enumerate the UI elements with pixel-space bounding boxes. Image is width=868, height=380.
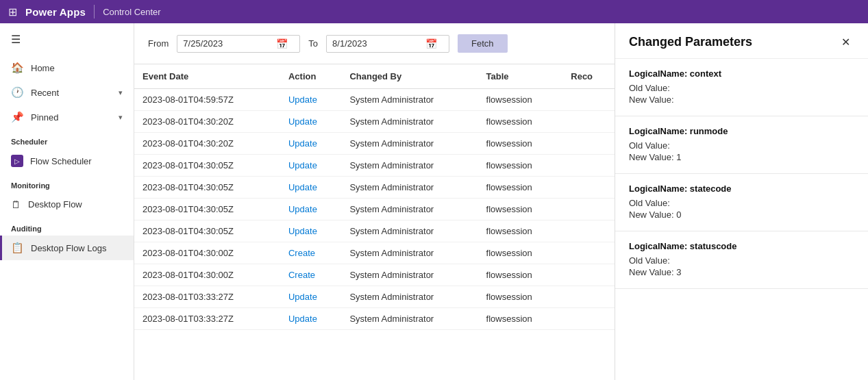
cell-table: flowsession — [478, 89, 563, 111]
cell-reco — [562, 286, 615, 308]
table-row: 2023-08-01T04:30:05ZUpdateSystem Adminis… — [134, 220, 615, 242]
cell-action[interactable]: Create — [280, 242, 341, 264]
cell-reco — [562, 220, 615, 242]
cell-action[interactable]: Update — [280, 199, 341, 220]
cell-action[interactable]: Update — [280, 177, 341, 199]
sidebar-item-recent[interactable]: 🕐 Recent ▾ — [0, 80, 134, 105]
cell-changed-by: System Administrator — [341, 111, 478, 133]
cell-reco — [562, 177, 615, 199]
from-date-input[interactable] — [183, 38, 272, 49]
cell-changed-by: System Administrator — [341, 286, 478, 308]
sidebar-item-label: Pinned — [31, 112, 58, 123]
table-row: 2023-08-01T04:59:57ZUpdateSystem Adminis… — [134, 89, 615, 111]
param-name: LogicalName: context — [629, 68, 854, 79]
cell-event-date: 2023-08-01T03:33:27Z — [134, 286, 280, 308]
to-label: To — [308, 38, 318, 49]
cell-event-date: 2023-08-01T03:33:27Z — [134, 308, 280, 330]
cell-action[interactable]: Update — [280, 111, 341, 133]
cell-changed-by: System Administrator — [341, 133, 478, 155]
param-name: LogicalName: statuscode — [629, 241, 854, 251]
grid-icon[interactable]: ⊞ — [8, 5, 17, 18]
col-table: Table — [478, 64, 563, 89]
cell-reco — [562, 199, 615, 220]
cell-reco — [562, 133, 615, 155]
cell-action[interactable]: Update — [280, 220, 341, 242]
recent-icon: 🕐 — [11, 86, 24, 99]
pin-icon: 📌 — [11, 111, 24, 123]
cell-changed-by: System Administrator — [341, 199, 478, 220]
table-row: 2023-08-01T04:30:20ZUpdateSystem Adminis… — [134, 111, 615, 133]
param-old-value: Old Value: — [629, 255, 854, 266]
table-header-row: Event Date Action Changed By Table Reco — [134, 64, 615, 89]
cell-action[interactable]: Update — [280, 286, 341, 308]
cell-table: flowsession — [478, 133, 563, 155]
cell-event-date: 2023-08-01T04:30:05Z — [134, 177, 280, 199]
hamburger-icon[interactable]: ☰ — [0, 23, 134, 55]
cell-action[interactable]: Update — [280, 133, 341, 155]
col-changed-by: Changed By — [341, 64, 478, 89]
param-name: LogicalName: statecode — [629, 183, 854, 194]
table-row: 2023-08-01T04:30:05ZUpdateSystem Adminis… — [134, 155, 615, 177]
cell-reco — [562, 264, 615, 286]
calendar-icon-from[interactable]: 📅 — [276, 38, 288, 49]
cell-event-date: 2023-08-01T04:30:20Z — [134, 133, 280, 155]
cell-action[interactable]: Update — [280, 155, 341, 177]
to-date-input[interactable] — [332, 38, 421, 49]
cell-event-date: 2023-08-01T04:59:57Z — [134, 89, 280, 111]
param-new-value: New Value: 0 — [629, 210, 854, 220]
param-old-value: Old Value: — [629, 83, 854, 93]
sidebar-item-label: Recent — [31, 88, 59, 98]
table-wrap: Event Date Action Changed By Table Reco … — [134, 64, 615, 380]
cell-action[interactable]: Update — [280, 308, 341, 330]
auditing-section-label: Auditing — [0, 216, 134, 236]
sidebar-item-flow-scheduler[interactable]: ▷ Flow Scheduler — [0, 149, 134, 173]
topbar-section: Control Center — [103, 7, 161, 17]
param-group: LogicalName: statuscodeOld Value:New Val… — [615, 231, 868, 289]
cell-table: flowsession — [478, 242, 563, 264]
param-new-value: New Value: 1 — [629, 152, 854, 162]
cell-changed-by: System Administrator — [341, 264, 478, 286]
fetch-button[interactable]: Fetch — [458, 34, 508, 53]
table-row: 2023-08-01T04:30:05ZUpdateSystem Adminis… — [134, 199, 615, 220]
sidebar: ☰ 🏠 Home 🕐 Recent ▾ 📌 Pinned ▾ Scheduler… — [0, 23, 134, 380]
cell-changed-by: System Administrator — [341, 177, 478, 199]
to-date-input-wrap[interactable]: 📅 — [326, 35, 449, 53]
topbar: ⊞ Power Apps Control Center — [0, 0, 868, 23]
cell-reco — [562, 89, 615, 111]
cell-action[interactable]: Create — [280, 264, 341, 286]
param-group: LogicalName: statecodeOld Value:New Valu… — [615, 174, 868, 231]
table-row: 2023-08-01T04:30:00ZCreateSystem Adminis… — [134, 264, 615, 286]
sidebar-item-desktop-flow[interactable]: 🗒 Desktop Flow — [0, 192, 134, 216]
col-action: Action — [280, 64, 341, 89]
cell-table: flowsession — [478, 199, 563, 220]
scheduler-section-label: Scheduler — [0, 129, 134, 149]
cell-changed-by: System Administrator — [341, 220, 478, 242]
topbar-divider — [94, 5, 95, 18]
col-event-date: Event Date — [134, 64, 280, 89]
cell-event-date: 2023-08-01T04:30:00Z — [134, 242, 280, 264]
sidebar-item-desktop-flow-logs[interactable]: 📋 Desktop Flow Logs — [0, 236, 134, 260]
params-container: LogicalName: contextOld Value:New Value:… — [615, 59, 868, 289]
cell-table: flowsession — [478, 286, 563, 308]
calendar-icon-to[interactable]: 📅 — [425, 38, 437, 49]
chevron-down-icon: ▾ — [119, 88, 123, 97]
cell-changed-by: System Administrator — [341, 155, 478, 177]
cell-event-date: 2023-08-01T04:30:00Z — [134, 264, 280, 286]
cell-table: flowsession — [478, 264, 563, 286]
cell-table: flowsession — [478, 155, 563, 177]
main-layout: ☰ 🏠 Home 🕐 Recent ▾ 📌 Pinned ▾ Scheduler… — [0, 23, 868, 380]
sidebar-item-home[interactable]: 🏠 Home — [0, 55, 134, 80]
sidebar-item-pinned[interactable]: 📌 Pinned ▾ — [0, 105, 134, 129]
app-title: Power Apps — [25, 6, 86, 18]
close-button[interactable]: ✕ — [837, 34, 854, 50]
param-new-value: New Value: — [629, 94, 854, 105]
from-label: From — [148, 38, 169, 49]
cell-changed-by: System Administrator — [341, 308, 478, 330]
table-row: 2023-08-01T04:30:05ZUpdateSystem Adminis… — [134, 177, 615, 199]
param-old-value: Old Value: — [629, 140, 854, 151]
from-date-input-wrap[interactable]: 📅 — [177, 35, 300, 53]
desktop-flow-icon: 🗒 — [11, 199, 21, 210]
param-new-value: New Value: 3 — [629, 267, 854, 277]
desktop-flow-logs-icon: 📋 — [11, 242, 24, 254]
cell-action[interactable]: Update — [280, 89, 341, 111]
